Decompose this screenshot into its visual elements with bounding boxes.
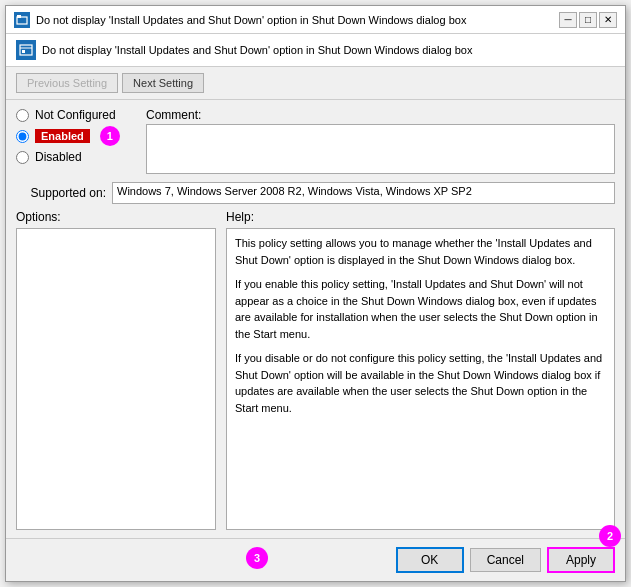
apply-button[interactable]: Apply	[547, 547, 615, 573]
disabled-radio[interactable]	[16, 151, 29, 164]
ok-button[interactable]: OK	[396, 547, 464, 573]
bottom-bar: 3 OK Cancel 2 Apply	[6, 538, 625, 581]
help-para-1: This policy setting allows you to manage…	[235, 235, 606, 268]
comment-section: Comment:	[146, 108, 615, 174]
help-box: This policy setting allows you to manage…	[226, 228, 615, 530]
cancel-button[interactable]: Cancel	[470, 548, 541, 572]
inner-header-text: Do not display 'Install Updates and Shut…	[42, 44, 615, 56]
policy-icon	[16, 40, 36, 60]
window-icon	[14, 12, 30, 28]
not-configured-row: Not Configured	[16, 108, 136, 122]
svg-rect-4	[22, 50, 25, 53]
inner-header: Do not display 'Install Updates and Shut…	[6, 34, 625, 67]
supported-row: Supported on: Windows 7, Windows Server …	[16, 182, 615, 204]
not-configured-label: Not Configured	[35, 108, 116, 122]
title-bar: Do not display 'Install Updates and Shut…	[6, 6, 625, 34]
svg-rect-2	[20, 45, 32, 55]
help-para-3: If you disable or do not configure this …	[235, 350, 606, 416]
maximize-button[interactable]: □	[579, 12, 597, 28]
middle-section: Options: Help: This policy setting allow…	[16, 210, 615, 530]
disabled-row: Disabled	[16, 150, 136, 164]
not-configured-radio[interactable]	[16, 109, 29, 122]
window-title: Do not display 'Install Updates and Shut…	[36, 14, 553, 26]
top-section: Not Configured Enabled 1 Disabled Commen…	[16, 108, 615, 174]
help-para-2: If you enable this policy setting, 'Inst…	[235, 276, 606, 342]
svg-rect-0	[17, 17, 27, 24]
help-column: Help: This policy setting allows you to …	[226, 210, 615, 530]
content-area: Not Configured Enabled 1 Disabled Commen…	[6, 100, 625, 538]
supported-value: Windows 7, Windows Server 2008 R2, Windo…	[112, 182, 615, 204]
supported-label: Supported on:	[16, 186, 106, 200]
options-label: Options:	[16, 210, 216, 224]
toolbar: Previous Setting Next Setting	[6, 67, 625, 100]
enabled-label: Enabled	[35, 129, 90, 143]
title-bar-controls: ─ □ ✕	[559, 12, 617, 28]
radio-group: Not Configured Enabled 1 Disabled	[16, 108, 136, 164]
comment-input[interactable]	[146, 124, 615, 174]
help-label: Help:	[226, 210, 615, 224]
minimize-button[interactable]: ─	[559, 12, 577, 28]
options-column: Options:	[16, 210, 216, 530]
next-setting-button[interactable]: Next Setting	[122, 73, 204, 93]
enabled-row: Enabled 1	[16, 126, 136, 146]
close-button[interactable]: ✕	[599, 12, 617, 28]
options-box	[16, 228, 216, 530]
enabled-radio[interactable]	[16, 130, 29, 143]
svg-rect-1	[17, 15, 21, 18]
comment-label: Comment:	[146, 108, 615, 122]
badge-3: 3	[246, 547, 268, 569]
disabled-label: Disabled	[35, 150, 82, 164]
badge-1: 1	[100, 126, 120, 146]
prev-setting-button[interactable]: Previous Setting	[16, 73, 118, 93]
badge-2: 2	[599, 525, 621, 547]
main-window: Do not display 'Install Updates and Shut…	[5, 5, 626, 582]
